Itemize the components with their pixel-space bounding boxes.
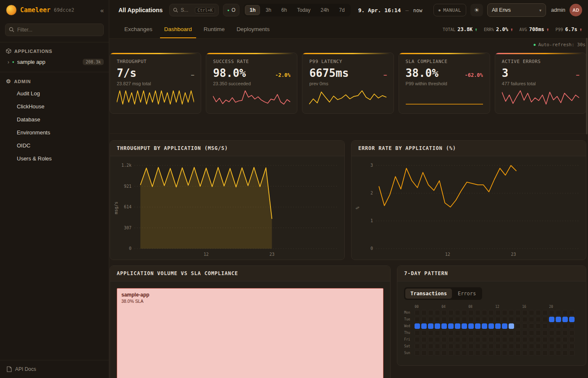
heatmap-cell[interactable] xyxy=(455,350,460,356)
heatmap-cell[interactable] xyxy=(542,344,548,349)
heatmap-cell[interactable] xyxy=(415,344,420,349)
heatmap-cell[interactable] xyxy=(515,337,521,342)
heatmap-cell[interactable] xyxy=(562,323,568,329)
heatmap-cell[interactable] xyxy=(509,330,514,336)
api-docs-link[interactable]: API Docs xyxy=(0,360,109,378)
time-range-today[interactable]: Today xyxy=(292,5,315,15)
heatmap-cell[interactable] xyxy=(448,317,454,322)
time-range-1h[interactable]: 1h xyxy=(245,5,260,15)
heatmap-cell[interactable] xyxy=(482,323,487,329)
heatmap-cell[interactable] xyxy=(562,330,568,336)
heatmap-cell[interactable] xyxy=(562,337,568,342)
heatmap-cell[interactable] xyxy=(428,337,433,342)
heatmap-cell[interactable] xyxy=(428,310,433,315)
connection-status-pill[interactable]: ● O xyxy=(223,4,239,16)
heatmap-cell[interactable] xyxy=(468,330,474,336)
heatmap-cell[interactable] xyxy=(428,317,433,322)
heatmap-cell[interactable] xyxy=(462,330,467,336)
heatmap-cell[interactable] xyxy=(441,310,447,315)
heatmap-cell[interactable] xyxy=(529,344,534,349)
heatmap-cell[interactable] xyxy=(495,344,501,349)
heatmap-cell[interactable] xyxy=(468,344,474,349)
heatmap-cell[interactable] xyxy=(569,344,575,349)
heatmap-cell[interactable] xyxy=(475,317,480,322)
heatmap-cell[interactable] xyxy=(428,350,433,356)
heatmap-cell[interactable] xyxy=(435,323,440,329)
heatmap-cell[interactable] xyxy=(475,344,480,349)
chevron-right-icon[interactable]: › xyxy=(8,59,9,65)
heatmap-cell[interactable] xyxy=(428,323,433,329)
heatmap-cell[interactable] xyxy=(522,344,528,349)
heatmap-cell[interactable] xyxy=(549,317,554,322)
treemap-tile[interactable]: sample-app 38.0% SLA xyxy=(117,288,383,378)
environment-select[interactable]: All Envs ▾ xyxy=(487,3,546,17)
heatmap-cell[interactable] xyxy=(488,344,494,349)
heatmap-cell[interactable] xyxy=(522,330,528,336)
heatmap-cell[interactable] xyxy=(562,350,568,356)
heatmap-cell[interactable] xyxy=(462,350,467,356)
heatmap-cell[interactable] xyxy=(509,350,514,356)
heatmap-cell[interactable] xyxy=(421,344,427,349)
heatmap-cell[interactable] xyxy=(502,323,507,329)
heatmap-cell[interactable] xyxy=(462,310,467,315)
heatmap-cell[interactable] xyxy=(529,337,534,342)
datetime-display[interactable]: 9. Apr. 16:14 – now xyxy=(358,7,423,13)
heatmap-cell[interactable] xyxy=(441,344,447,349)
heatmap-cell[interactable] xyxy=(562,310,568,315)
heatmap-cell[interactable] xyxy=(542,330,548,336)
sidebar-collapse-button[interactable]: « xyxy=(100,7,104,14)
heatmap-cell[interactable] xyxy=(468,323,474,329)
heatmap-cell[interactable] xyxy=(515,344,521,349)
heatmap-cell[interactable] xyxy=(509,337,514,342)
heatmap-cell[interactable] xyxy=(536,323,541,329)
heatmap-cell[interactable] xyxy=(556,317,561,322)
heatmap-cell[interactable] xyxy=(455,330,460,336)
toggle-errors[interactable]: Errors xyxy=(453,289,481,299)
heatmap-cell[interactable] xyxy=(556,310,561,315)
tab-exchanges[interactable]: Exchanges xyxy=(118,21,158,38)
heatmap-cell[interactable] xyxy=(542,350,548,356)
heatmap-cell[interactable] xyxy=(495,317,501,322)
sidebar-item-oidc[interactable]: OIDC xyxy=(0,139,109,152)
heatmap-cell[interactable] xyxy=(536,310,541,315)
heatmap-cell[interactable] xyxy=(455,310,460,315)
heatmap-cell[interactable] xyxy=(569,323,575,329)
heatmap-cell[interactable] xyxy=(502,344,507,349)
sidebar-item-clickhouse[interactable]: ClickHouse xyxy=(0,100,109,113)
heatmap-cell[interactable] xyxy=(495,330,501,336)
heatmap-cell[interactable] xyxy=(529,317,534,322)
heatmap-cell[interactable] xyxy=(529,323,534,329)
heatmap-cell[interactable] xyxy=(428,330,433,336)
heatmap-cell[interactable] xyxy=(549,330,554,336)
heatmap-cell[interactable] xyxy=(488,323,494,329)
time-range-7d[interactable]: 7d xyxy=(334,5,349,15)
heatmap-cell[interactable] xyxy=(448,323,454,329)
heatmap-cell[interactable] xyxy=(569,330,575,336)
heatmap-cell[interactable] xyxy=(556,323,561,329)
heatmap-cell[interactable] xyxy=(462,337,467,342)
heatmap-cell[interactable] xyxy=(542,317,548,322)
heatmap-cell[interactable] xyxy=(468,337,474,342)
heatmap-cell[interactable] xyxy=(536,350,541,356)
heatmap-cell[interactable] xyxy=(515,350,521,356)
heatmap-cell[interactable] xyxy=(421,350,427,356)
heatmap-cell[interactable] xyxy=(522,310,528,315)
heatmap-cell[interactable] xyxy=(415,310,420,315)
heatmap-cell[interactable] xyxy=(475,350,480,356)
heatmap-cell[interactable] xyxy=(441,317,447,322)
heatmap-cell[interactable] xyxy=(509,317,514,322)
heatmap-cell[interactable] xyxy=(488,350,494,356)
heatmap-cell[interactable] xyxy=(448,310,454,315)
tab-runtime[interactable]: Runtime xyxy=(198,21,231,38)
heatmap-cell[interactable] xyxy=(536,317,541,322)
heatmap-cell[interactable] xyxy=(475,323,480,329)
heatmap-cell[interactable] xyxy=(495,310,501,315)
heatmap-cell[interactable] xyxy=(509,344,514,349)
heatmap-cell[interactable] xyxy=(435,350,440,356)
heatmap-cell[interactable] xyxy=(455,337,460,342)
heatmap-cell[interactable] xyxy=(415,323,420,329)
heatmap-cell[interactable] xyxy=(441,330,447,336)
heatmap-cell[interactable] xyxy=(542,323,548,329)
time-range-3h[interactable]: 3h xyxy=(261,5,276,15)
heatmap-cell[interactable] xyxy=(475,337,480,342)
